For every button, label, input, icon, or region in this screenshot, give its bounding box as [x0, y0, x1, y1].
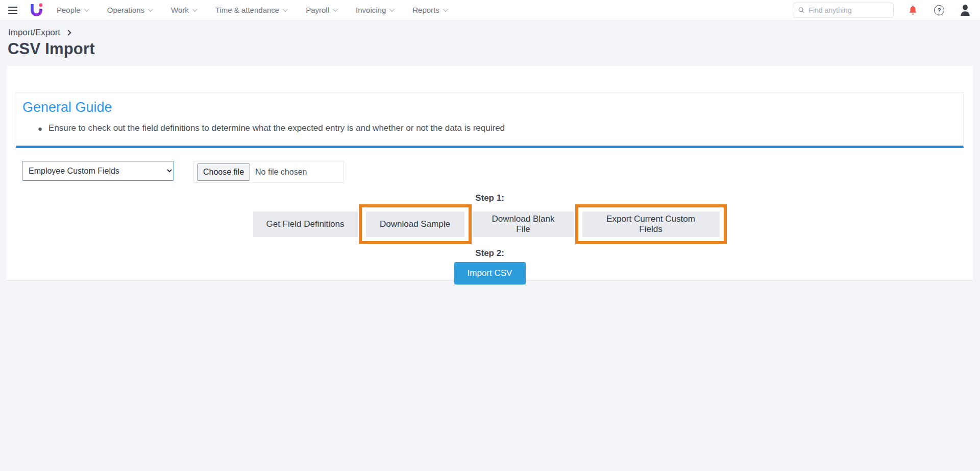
breadcrumb: Import/Export: [0, 20, 980, 38]
bell-icon: [908, 5, 918, 16]
user-avatar[interactable]: [960, 4, 971, 16]
chevron-down-icon: [389, 7, 395, 12]
menu-item-operations[interactable]: Operations: [107, 6, 152, 14]
download-sample-button[interactable]: Download Sample: [366, 211, 464, 237]
menu-label: People: [57, 6, 81, 14]
global-search[interactable]: [793, 3, 894, 18]
search-input[interactable]: [808, 6, 888, 14]
breadcrumb-import-export[interactable]: Import/Export: [8, 28, 60, 38]
question-mark-icon: ?: [938, 7, 941, 13]
help-button[interactable]: ?: [934, 5, 944, 15]
chevron-down-icon: [84, 7, 89, 12]
guide-list: ● Ensure to check out the field definiti…: [22, 123, 957, 134]
import-form-row: Employee Custom Fields Choose file No fi…: [22, 161, 964, 183]
menu-item-time-attendance[interactable]: Time & attendance: [215, 6, 286, 14]
download-blank-file-button[interactable]: Download Blank File: [473, 211, 574, 237]
main-menu: People Operations Work Time & attendance…: [57, 6, 447, 14]
file-chosen-status: No file chosen: [255, 168, 307, 177]
person-icon: [960, 4, 971, 16]
import-type-select[interactable]: Employee Custom Fields: [22, 161, 174, 181]
guide-bullet-item: ● Ensure to check out the field definiti…: [22, 123, 957, 134]
step1-label: Step 1:: [16, 193, 964, 203]
general-guide-panel: General Guide ● Ensure to check out the …: [16, 92, 964, 148]
export-custom-fields-highlight-box: Export Current Custom Fields: [575, 204, 727, 244]
logo-u-icon: [31, 3, 42, 17]
menu-label: Work: [171, 6, 189, 14]
export-current-custom-fields-button[interactable]: Export Current Custom Fields: [582, 211, 720, 237]
guide-title: General Guide: [22, 100, 957, 115]
menu-label: Payroll: [306, 6, 329, 14]
menu-item-reports[interactable]: Reports: [412, 6, 447, 14]
choose-file-button[interactable]: Choose file: [197, 163, 250, 181]
page-title: CSV Import: [0, 38, 980, 58]
chevron-down-icon: [148, 7, 153, 12]
menu-item-work[interactable]: Work: [171, 6, 196, 14]
notifications-button[interactable]: [908, 5, 918, 16]
top-navbar: People Operations Work Time & attendance…: [0, 0, 980, 20]
chevron-right-icon: [65, 30, 71, 35]
app-logo[interactable]: [31, 3, 42, 17]
chevron-down-icon: [283, 7, 288, 12]
chevron-down-icon: [333, 7, 338, 12]
file-upload-control[interactable]: Choose file No file chosen: [193, 161, 344, 183]
menu-label: Operations: [107, 6, 144, 14]
download-sample-highlight-box: Download Sample: [359, 204, 472, 244]
menu-label: Time & attendance: [215, 6, 279, 14]
hamburger-menu-icon[interactable]: [8, 7, 17, 14]
csv-import-card: General Guide ● Ensure to check out the …: [7, 66, 973, 280]
search-icon: [798, 7, 804, 14]
get-field-definitions-button[interactable]: Get Field Definitions: [253, 211, 358, 237]
menu-item-people[interactable]: People: [57, 6, 88, 14]
step1-button-row: Get Field Definitions Download Sample Do…: [16, 204, 964, 244]
menu-label: Reports: [412, 6, 439, 14]
guide-bullet-text: Ensure to check out the field definition…: [48, 123, 505, 133]
menu-item-invoicing[interactable]: Invoicing: [356, 6, 393, 14]
import-csv-button[interactable]: Import CSV: [454, 262, 526, 285]
step2-label: Step 2:: [16, 248, 964, 258]
chevron-down-icon: [192, 7, 198, 12]
bullet-icon: ●: [38, 123, 42, 134]
chevron-down-icon: [443, 7, 448, 12]
menu-item-payroll[interactable]: Payroll: [306, 6, 336, 14]
menu-label: Invoicing: [356, 6, 386, 14]
